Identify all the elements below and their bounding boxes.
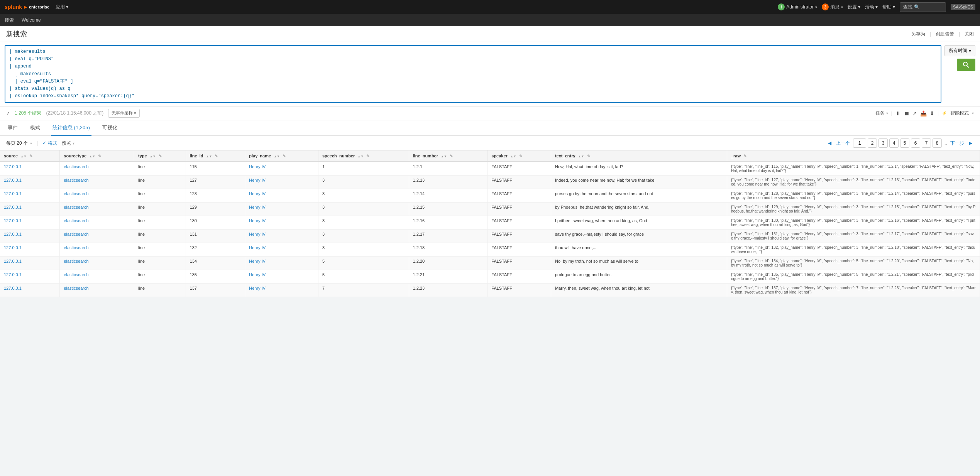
edit-type-icon[interactable]: ✎: [159, 154, 162, 158]
table-cell[interactable]: elasticsearch: [60, 230, 134, 243]
create-alert-button[interactable]: 创建告警: [936, 31, 954, 37]
table-cell[interactable]: elasticsearch: [60, 176, 134, 189]
table-cell[interactable]: 127.0.0.1: [0, 189, 60, 203]
export-button[interactable]: 📤: [920, 110, 927, 116]
table-cell: thou wilt have none,--: [551, 243, 727, 257]
next-page-label[interactable]: 下一步: [949, 140, 966, 147]
apps-menu[interactable]: 应用 ▾: [56, 4, 68, 10]
tab-events[interactable]: 事件: [6, 120, 19, 136]
table-cell[interactable]: 127.0.0.1: [0, 257, 60, 270]
table-cell[interactable]: Henry IV: [245, 230, 318, 243]
stop-button[interactable]: ⏹: [904, 110, 909, 116]
table-cell[interactable]: Henry IV: [245, 203, 318, 216]
table-cell[interactable]: 127.0.0.1: [0, 270, 60, 284]
col-text-entry[interactable]: text_entry ▲▼ ✎: [551, 150, 727, 162]
pause-button[interactable]: ⏸: [895, 110, 901, 116]
share-button[interactable]: ↗: [912, 110, 917, 116]
edit-source-icon[interactable]: ✎: [29, 154, 32, 158]
col-line-id[interactable]: line_id ▲▼ ✎: [186, 150, 245, 162]
page-5[interactable]: 5: [900, 138, 909, 148]
table-cell[interactable]: 127.0.0.1: [0, 216, 60, 230]
table-cell[interactable]: 127.0.0.1: [0, 284, 60, 297]
notifications-menu[interactable]: 3 消息 ▾: [822, 3, 843, 10]
table-cell[interactable]: elasticsearch: [60, 162, 134, 176]
result-tabs: 事件 模式 统计信息 (1,205) 可视化: [0, 120, 980, 136]
prev-page-label[interactable]: 上一个: [834, 140, 851, 147]
save-as-button[interactable]: 另存为: [911, 31, 925, 37]
table-cell[interactable]: elasticsearch: [60, 203, 134, 216]
page-number-input[interactable]: [855, 140, 864, 146]
table-cell[interactable]: Henry IV: [245, 216, 318, 230]
edit-play-name-icon[interactable]: ✎: [283, 154, 286, 158]
table-cell[interactable]: Henry IV: [245, 257, 318, 270]
table-cell[interactable]: elasticsearch: [60, 270, 134, 284]
col-type[interactable]: type ▲▼ ✎: [134, 150, 186, 162]
nav-welcome[interactable]: Welcome: [22, 17, 41, 23]
col-source[interactable]: source ▲▼ ✎: [0, 150, 60, 162]
table-cell[interactable]: elasticsearch: [60, 257, 134, 270]
help-menu[interactable]: 帮助 ▾: [882, 4, 895, 10]
table-cell[interactable]: elasticsearch: [60, 189, 134, 203]
page-6[interactable]: 6: [911, 138, 920, 148]
table-cell[interactable]: Henry IV: [245, 243, 318, 257]
time-range-selector[interactable]: 所有时间 ▾: [944, 45, 975, 56]
no-event-sample[interactable]: 无事件采样 ▾: [108, 109, 140, 118]
table-cell[interactable]: elasticsearch: [60, 284, 134, 297]
smart-mode-dropdown[interactable]: 智能模式: [950, 110, 969, 116]
table-cell[interactable]: Henry IV: [245, 176, 318, 189]
edit-raw-icon[interactable]: ✎: [743, 154, 746, 158]
table-cell[interactable]: elasticsearch: [60, 216, 134, 230]
nav-search[interactable]: 搜索: [5, 17, 14, 24]
page-4[interactable]: 4: [889, 138, 899, 148]
settings-menu[interactable]: 设置 ▾: [848, 4, 860, 10]
admin-info[interactable]: i Administrator ▾: [778, 3, 817, 10]
second-navigation: 搜索 Welcome: [0, 14, 980, 26]
tab-visualize[interactable]: 可视化: [101, 120, 119, 136]
table-cell[interactable]: Henry IV: [245, 189, 318, 203]
table-cell[interactable]: 127.0.0.1: [0, 230, 60, 243]
tab-patterns[interactable]: 模式: [29, 120, 42, 136]
col-raw[interactable]: _raw ✎: [727, 150, 980, 162]
col-line-number[interactable]: line_number ▲▼ ✎: [409, 150, 487, 162]
edit-speech-number-icon[interactable]: ✎: [366, 154, 369, 158]
edit-line-number-icon[interactable]: ✎: [450, 154, 453, 158]
page-3[interactable]: 3: [878, 138, 888, 148]
format-button[interactable]: ✓ 格式: [42, 140, 57, 147]
table-cell[interactable]: 127.0.0.1: [0, 203, 60, 216]
table-cell: FALSTAFF: [487, 284, 551, 297]
task-dropdown[interactable]: 任务 ▾: [875, 110, 888, 116]
search-input[interactable]: | makeresults | eval q="POINS" | append …: [5, 45, 941, 103]
col-sourcetype[interactable]: sourcetype ▲▼ ✎: [60, 150, 134, 162]
table-cell[interactable]: elasticsearch: [60, 243, 134, 257]
table-cell[interactable]: Henry IV: [245, 162, 318, 176]
splunk-logo[interactable]: splunk►enterprise: [5, 4, 49, 10]
global-search-box[interactable]: 查找 🔍: [900, 2, 946, 12]
page-7[interactable]: 7: [922, 138, 931, 148]
page-input[interactable]: [853, 138, 866, 148]
table-cell: 129: [186, 203, 245, 216]
col-speaker[interactable]: speaker ▲▼ ✎: [487, 150, 551, 162]
table-cell[interactable]: 127.0.0.1: [0, 162, 60, 176]
table-cell[interactable]: 127.0.0.1: [0, 243, 60, 257]
col-speech-number[interactable]: speech_number ▲▼ ✎: [318, 150, 409, 162]
table-cell[interactable]: 127.0.0.1: [0, 176, 60, 189]
tab-stats[interactable]: 统计信息 (1,205): [51, 120, 91, 136]
search-button[interactable]: [957, 59, 975, 71]
table-cell[interactable]: Henry IV: [245, 270, 318, 284]
table-cell[interactable]: Henry IV: [245, 284, 318, 297]
download-button[interactable]: ⬇: [930, 110, 934, 116]
next-page-button[interactable]: ▶: [967, 140, 974, 146]
edit-sourcetype-icon[interactable]: ✎: [98, 154, 101, 158]
table-cell: {"type": "line", "line_id": 132, "play_n…: [727, 243, 980, 257]
page-2[interactable]: 2: [868, 138, 877, 148]
edit-speaker-icon[interactable]: ✎: [519, 154, 522, 158]
page-8[interactable]: 8: [933, 138, 942, 148]
close-button[interactable]: 关闭: [965, 31, 974, 37]
activity-menu[interactable]: 活动 ▾: [865, 4, 878, 10]
edit-line-id-icon[interactable]: ✎: [215, 154, 218, 158]
edit-text-entry-icon[interactable]: ✎: [587, 154, 590, 158]
prev-page-button[interactable]: ◀: [826, 140, 833, 146]
col-play-name[interactable]: play_name ▲▼ ✎: [245, 150, 318, 162]
preview-button[interactable]: 预览 ▾: [62, 140, 74, 147]
per-page-selector[interactable]: 每页 20 个 ▾: [6, 140, 32, 147]
